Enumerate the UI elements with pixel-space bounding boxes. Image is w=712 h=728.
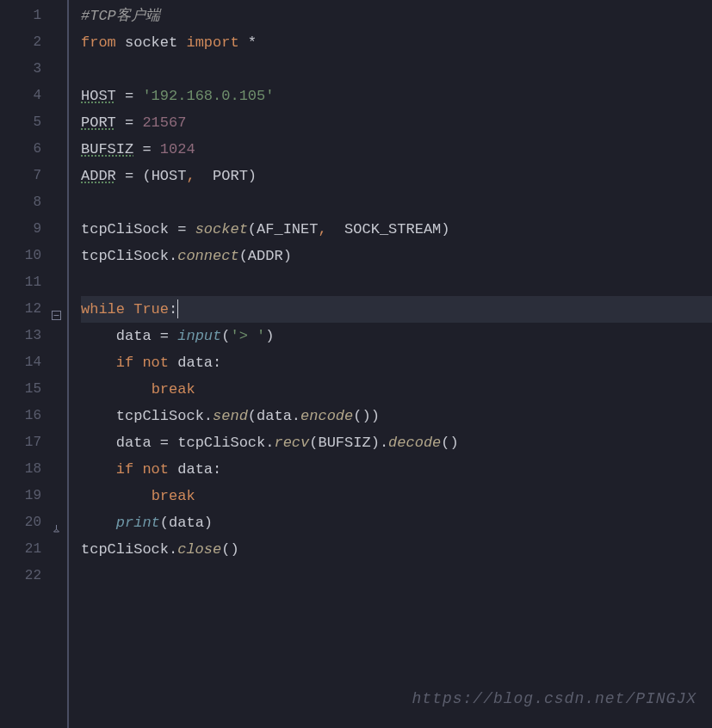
code-line[interactable]: tcpCliSock.close() <box>81 536 712 563</box>
fold-slot <box>50 563 67 589</box>
token: ( <box>309 435 318 451</box>
token: () <box>441 435 458 451</box>
line-number: 7 <box>0 163 41 189</box>
token: SOCK_STREAM <box>336 221 441 238</box>
token: ) <box>265 328 274 344</box>
fold-slot <box>50 509 67 536</box>
line-number: 15 <box>0 376 41 403</box>
token: HOST <box>81 88 116 104</box>
token: while <box>81 301 133 318</box>
code-line[interactable]: PORT = 21567 <box>81 109 712 136</box>
token: ADDR <box>81 168 116 184</box>
token: HOST <box>152 168 187 184</box>
token: if not <box>116 355 177 371</box>
fold-slot <box>50 536 67 563</box>
token: data = tcpCliSock. <box>116 435 275 451</box>
watermark: https://blog.csdn.net/PINGJX <box>412 686 697 713</box>
token <box>81 355 116 371</box>
token <box>81 381 152 398</box>
code-line[interactable]: tcpCliSock = socket(AF_INET, SOCK_STREAM… <box>81 216 712 243</box>
line-number: 4 <box>0 83 41 109</box>
code-line[interactable]: data = input('> ') <box>81 323 712 349</box>
gutter: 12345678910111213141516171819202122 <box>0 0 50 728</box>
token: close <box>177 541 221 558</box>
fold-end-icon[interactable] <box>52 516 61 526</box>
line-number: 8 <box>0 189 41 216</box>
token: ( <box>160 515 169 531</box>
fold-slot <box>50 243 67 269</box>
code-line[interactable]: tcpCliSock.connect(ADDR) <box>81 243 712 269</box>
fold-slot <box>50 376 67 403</box>
token: print <box>116 515 160 531</box>
code-line[interactable] <box>81 189 712 216</box>
token: '192.168.0.105' <box>142 88 274 104</box>
line-number: 17 <box>0 429 41 456</box>
line-number: 10 <box>0 243 41 269</box>
token: ADDR <box>248 248 283 264</box>
code-area[interactable]: #TCP客户端from socket import *HOST = '192.1… <box>81 0 712 728</box>
code-line[interactable] <box>81 563 712 589</box>
fold-slot <box>50 296 67 323</box>
line-number: 2 <box>0 29 41 56</box>
token <box>81 408 116 424</box>
code-line[interactable]: print(data) <box>81 509 712 536</box>
fold-slot <box>50 136 67 163</box>
token: data <box>177 355 213 371</box>
code-line[interactable]: BUFSIZ = 1024 <box>81 136 712 163</box>
fold-slot <box>50 109 67 136</box>
token: = ( <box>116 168 152 184</box>
code-line[interactable]: #TCP客户端 <box>81 3 712 29</box>
fold-slot <box>50 3 67 29</box>
token: socket <box>125 34 186 51</box>
line-number: 19 <box>0 483 41 509</box>
token: decode <box>388 435 441 451</box>
line-number: 20 <box>0 509 41 536</box>
token: = <box>116 88 143 104</box>
token: ( <box>248 408 257 424</box>
token <box>81 488 152 504</box>
line-number: 13 <box>0 323 41 349</box>
token: send <box>213 408 248 424</box>
fold-slot <box>50 483 67 509</box>
code-line[interactable]: break <box>81 376 712 403</box>
token: #TCP客户端 <box>81 8 160 24</box>
fold-slot <box>50 323 67 349</box>
fold-slot <box>50 269 67 296</box>
token: data <box>169 515 204 531</box>
token: ( <box>239 248 248 264</box>
token: ( <box>221 328 230 344</box>
token: input <box>177 328 221 344</box>
line-number: 16 <box>0 403 41 429</box>
code-line[interactable]: if not data: <box>81 349 712 376</box>
code-line[interactable]: from socket import * <box>81 29 712 56</box>
token: PORT <box>204 168 248 184</box>
token: 1024 <box>160 141 195 157</box>
code-line[interactable]: break <box>81 483 712 509</box>
token: ) <box>204 515 213 531</box>
token: () <box>221 541 238 558</box>
token <box>81 328 116 344</box>
code-line[interactable]: ADDR = (HOST, PORT) <box>81 163 712 189</box>
code-line[interactable] <box>81 269 712 296</box>
editor-separator <box>67 0 69 728</box>
token: = <box>116 114 143 131</box>
line-number: 11 <box>0 269 41 296</box>
line-number: 9 <box>0 216 41 243</box>
code-line[interactable]: if not data: <box>81 456 712 483</box>
token: 21567 <box>142 114 186 131</box>
code-line[interactable]: tcpCliSock.send(data.encode()) <box>81 403 712 429</box>
code-line[interactable]: HOST = '192.168.0.105' <box>81 83 712 109</box>
token <box>81 435 116 451</box>
token: () <box>353 408 370 424</box>
fold-slot <box>50 56 67 83</box>
token: ). <box>371 435 388 451</box>
token: from <box>81 34 125 51</box>
token: BUFSIZ <box>318 435 370 451</box>
fold-slot <box>50 163 67 189</box>
code-line[interactable]: data = tcpCliSock.recv(BUFSIZ).decode() <box>81 429 712 456</box>
fold-collapse-icon[interactable] <box>52 303 61 312</box>
line-number: 22 <box>0 563 41 589</box>
code-line[interactable] <box>81 56 712 83</box>
code-editor[interactable]: 12345678910111213141516171819202122 #TCP… <box>0 0 712 728</box>
token: break <box>152 488 195 504</box>
